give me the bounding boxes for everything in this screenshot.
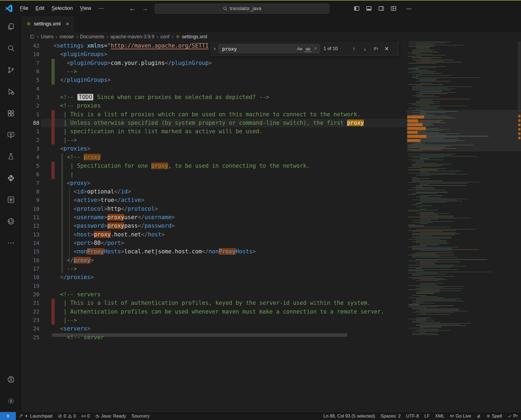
- match-case-toggle[interactable]: Aa: [296, 45, 304, 52]
- menu-edit[interactable]: Edit: [32, 5, 48, 11]
- status-item-language-mode[interactable]: XML: [432, 412, 447, 420]
- status-item-eol[interactable]: LF: [422, 412, 432, 420]
- minimize-button[interactable]: —: [404, 1, 414, 16]
- regex-toggle[interactable]: .*: [312, 45, 318, 52]
- menu-file[interactable]: File: [16, 5, 32, 11]
- breadcrumb-item[interactable]: Documents: [80, 34, 104, 40]
- code-line[interactable]: 18 </proxies>: [22, 273, 407, 282]
- layout-panel-icon[interactable]: [365, 5, 373, 12]
- activity-item-python[interactable]: [0, 167, 22, 189]
- code-line[interactable]: 3 <proxies>: [22, 144, 407, 153]
- code-line[interactable]: 5 | Specification for one proxy, to be u…: [22, 162, 407, 170]
- code-line[interactable]: 2 <!-- proxies: [22, 102, 407, 110]
- git-gutter-indicator[interactable]: [51, 119, 55, 127]
- code-line[interactable]: 1 | This is a list of proxies which can …: [22, 110, 407, 119]
- status-item-sourcery[interactable]: Sourcery: [129, 412, 152, 420]
- git-gutter-indicator[interactable]: [51, 127, 55, 136]
- find-input-field[interactable]: [222, 46, 295, 52]
- find-input[interactable]: Aa ab .*: [219, 44, 320, 53]
- status-item-notifications-muted[interactable]: [474, 412, 484, 420]
- code-line[interactable]: 13 <host>proxy.host.net</host>: [22, 230, 407, 239]
- git-gutter-indicator[interactable]: [51, 76, 55, 84]
- activity-item-more-views[interactable]: [0, 232, 22, 254]
- vertical-scrollbar[interactable]: [518, 42, 521, 111]
- git-gutter-indicator[interactable]: [51, 59, 55, 67]
- git-gutter-indicator[interactable]: [51, 316, 55, 325]
- find-close-button[interactable]: ✕: [382, 44, 391, 53]
- find-in-selection-button[interactable]: [371, 44, 380, 53]
- nav-back-button[interactable]: ←: [129, 1, 136, 16]
- git-gutter-indicator[interactable]: [51, 110, 55, 119]
- remote-indicator[interactable]: [0, 412, 16, 420]
- activity-item-accounts[interactable]: [0, 369, 22, 390]
- code-line[interactable]: 17 -->: [22, 265, 407, 273]
- code-line[interactable]: 10 <protocol>http</protocol>: [22, 205, 407, 213]
- layout-sidebar-left-icon[interactable]: [353, 5, 360, 12]
- activity-item-settings-gear[interactable]: [0, 390, 22, 412]
- git-gutter-indicator[interactable]: [51, 308, 55, 316]
- git-gutter-indicator[interactable]: [51, 162, 55, 170]
- git-gutter-indicator[interactable]: [51, 67, 55, 76]
- code-line[interactable]: 7 <proxy>: [22, 179, 407, 187]
- git-gutter-indicator[interactable]: [51, 136, 55, 144]
- find-next-button[interactable]: ↓: [360, 44, 369, 53]
- status-item-indentation[interactable]: Spaces: 2: [378, 412, 403, 420]
- code-line[interactable]: 4: [22, 85, 407, 93]
- breadcrumb-item[interactable]: conf: [160, 34, 169, 40]
- code-line[interactable]: 15 <nonProxyHosts>local.net|some.host.co…: [22, 247, 407, 256]
- tab-close-icon[interactable]: ✕: [66, 21, 69, 27]
- horizontal-scrollbar[interactable]: [52, 333, 347, 337]
- code-line[interactable]: 23 |-->: [22, 316, 407, 325]
- code-line[interactable]: 1 | specification in this list marked as…: [22, 127, 407, 136]
- code-line[interactable]: 19: [22, 282, 407, 290]
- tab-settings-xml[interactable]: settings.xml ✕: [22, 16, 74, 32]
- toggle-replace-chevron-icon[interactable]: ›: [211, 45, 219, 52]
- activity-item-round-extension[interactable]: [0, 210, 22, 232]
- code-line[interactable]: 11 <username>proxyuser</username>: [22, 213, 407, 222]
- whole-word-toggle[interactable]: ab: [304, 46, 312, 52]
- code-line[interactable]: 21 | This is a list of authentication pr…: [22, 299, 407, 307]
- menu-selection[interactable]: Selection: [48, 5, 76, 11]
- code-line[interactable]: 12 <password>proxypass</password>: [22, 222, 407, 230]
- code-line[interactable]: 24 <servers>: [22, 325, 407, 333]
- editor[interactable]: 42<settings xmlns="http://maven.apache.o…: [22, 42, 407, 340]
- status-item-prettier[interactable]: Pr: [505, 412, 521, 420]
- code-line[interactable]: 2 |-->: [22, 136, 407, 144]
- activity-item-source-control[interactable]: [0, 59, 22, 81]
- breadcrumb-item[interactable]: C:: [30, 34, 35, 40]
- code-line[interactable]: 5 </pluginGroups>: [22, 76, 407, 84]
- git-gutter-indicator[interactable]: [51, 170, 55, 179]
- status-item-problems[interactable]: 00: [55, 412, 79, 420]
- code-line[interactable]: 6 -->: [22, 67, 407, 76]
- code-line[interactable]: 22 | Authentication profiles can be used…: [22, 308, 407, 316]
- breadcrumb-item[interactable]: meowr: [60, 34, 74, 40]
- minimap[interactable]: [407, 42, 521, 337]
- breadcrumb-item[interactable]: apache-maven-3.9.9: [110, 34, 155, 40]
- status-item-encoding[interactable]: UTF-8: [403, 412, 422, 420]
- code-line[interactable]: 8 <id>optional</id>: [22, 187, 407, 196]
- status-item-cursor-position[interactable]: Ln 88, Col 93 (5 selected): [321, 412, 378, 420]
- status-item-go-live[interactable]: Go Live: [447, 412, 474, 420]
- menu-view[interactable]: View: [77, 5, 95, 11]
- code-line[interactable]: 4 <!-- proxy: [22, 153, 407, 161]
- status-item-launchpad[interactable]: Launchpad: [16, 412, 55, 420]
- status-item-ports[interactable]: 0: [79, 412, 92, 420]
- code-line[interactable]: 7 <pluginGroup>com.your.plugins</pluginG…: [22, 59, 407, 67]
- activity-item-explorer[interactable]: [0, 16, 22, 37]
- layout-customize-icon[interactable]: [390, 5, 397, 12]
- breadcrumb-item[interactable]: Users: [41, 34, 54, 40]
- code-line[interactable]: 20 <!-- servers: [22, 290, 407, 299]
- activity-item-search[interactable]: [0, 37, 22, 59]
- find-previous-button[interactable]: ↑: [349, 44, 359, 53]
- status-item-java-status[interactable]: Java: Ready: [92, 412, 129, 420]
- menu-more[interactable]: ⋯: [95, 5, 108, 11]
- activity-item-testing[interactable]: [0, 146, 22, 167]
- layout-sidebar-right-icon[interactable]: [377, 5, 385, 12]
- activity-item-remote-explorer[interactable]: [0, 124, 22, 146]
- status-item-spell-checker[interactable]: Spell: [484, 412, 505, 420]
- command-center-search[interactable]: translator_java: [155, 4, 330, 14]
- code-line[interactable]: 88 | Unless otherwise specified (by syst…: [22, 119, 407, 127]
- code-line[interactable]: 14 <port>80</port>: [22, 239, 407, 247]
- activity-item-extensions[interactable]: [0, 102, 22, 124]
- code-line[interactable]: 6 |: [22, 170, 407, 179]
